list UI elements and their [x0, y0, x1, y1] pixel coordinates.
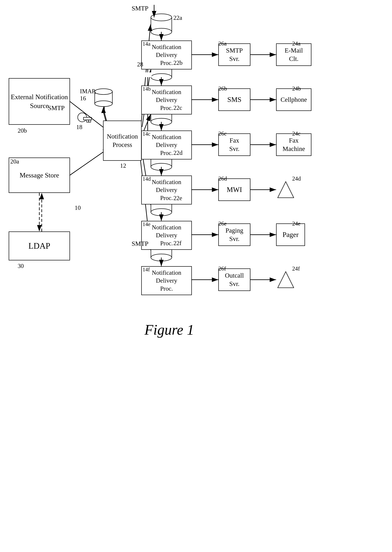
ref-24f: 24f: [292, 265, 300, 272]
svg-rect-20: [95, 92, 112, 104]
pager-box: Pager: [276, 224, 305, 246]
ref-22e: 22e: [173, 195, 182, 202]
ref-28: 28: [137, 61, 143, 68]
ref-10: 10: [75, 204, 81, 211]
ref-24d: 24d: [292, 175, 301, 182]
ref-14f: 14f: [143, 267, 150, 273]
ref-22b: 22b: [173, 59, 182, 66]
svg-marker-62: [278, 182, 294, 198]
diagram: External Notification Source 20b Message…: [0, 0, 392, 552]
smtp-left-label: SMTP: [48, 104, 65, 112]
ref-26a: 26a: [218, 40, 227, 47]
ref-18: 18: [76, 123, 82, 131]
ref-20b: 20b: [18, 127, 27, 134]
svg-point-23: [78, 113, 87, 122]
ref-26e: 26e: [218, 220, 227, 227]
ref-30: 30: [18, 262, 24, 269]
ref-14a: 14a: [143, 41, 150, 47]
ldap-box: LDAP: [9, 232, 70, 260]
ref-12: 12: [120, 162, 126, 169]
smtp-top-label: SMTP: [132, 5, 148, 12]
ref-26f: 26f: [218, 265, 226, 272]
ref-24b: 24b: [292, 85, 301, 92]
svg-point-7: [151, 74, 172, 81]
ref-24e: 24e: [292, 220, 301, 227]
svg-rect-26: [89, 120, 91, 122]
figure-title: Figure 1: [145, 321, 194, 338]
svg-point-16: [151, 209, 172, 216]
ref-22c: 22c: [173, 104, 182, 111]
svg-marker-63: [278, 272, 294, 288]
svg-point-22: [95, 101, 112, 107]
ref-26d: 26d: [218, 175, 227, 182]
ref-22d: 22d: [173, 149, 182, 156]
ref-22a: 22a: [173, 14, 182, 21]
imap-16-label: IMAP,16: [80, 87, 96, 102]
svg-point-19: [151, 254, 172, 261]
ref-24c: 24c: [292, 130, 301, 137]
smtp-bottom-label: SMTP: [132, 240, 148, 247]
svg-rect-25: [87, 120, 89, 122]
svg-rect-24: [84, 117, 91, 120]
svg-point-10: [151, 118, 172, 125]
ref-26b: 26b: [218, 85, 227, 92]
svg-point-4: [151, 28, 172, 35]
ref-14d: 14d: [143, 176, 151, 182]
external-notification-source-box: External Notification Source: [9, 78, 70, 125]
ref-14e: 14e: [143, 221, 150, 227]
ref-14c: 14c: [143, 131, 150, 137]
ref-24a: 24a: [292, 40, 301, 47]
ref-22f: 22f: [173, 240, 182, 247]
ref-26c: 26c: [218, 130, 227, 137]
svg-point-3: [151, 14, 172, 21]
svg-rect-2: [151, 17, 172, 32]
svg-point-13: [151, 163, 172, 170]
svg-point-21: [95, 89, 112, 94]
notification-process-box: Notification Process: [103, 121, 142, 161]
svg-rect-61: [144, 72, 152, 77]
ref-14b: 14b: [143, 86, 151, 92]
ref-20a: 20a: [10, 158, 19, 165]
